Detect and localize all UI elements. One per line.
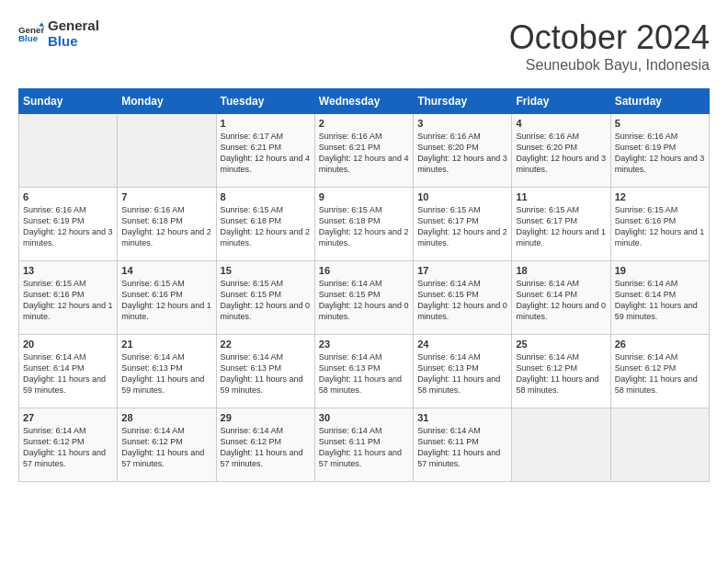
calendar-cell: 25Sunrise: 6:14 AMSunset: 6:12 PMDayligh…: [512, 335, 610, 408]
col-header-saturday: Saturday: [610, 89, 709, 114]
calendar-cell: [610, 408, 709, 482]
day-number: 4: [516, 118, 606, 129]
calendar-cell: 9Sunrise: 6:15 AMSunset: 6:18 PMDaylight…: [314, 188, 413, 261]
day-number: 31: [417, 412, 507, 423]
day-info: Sunrise: 6:17 AMSunset: 6:21 PMDaylight:…: [221, 131, 311, 176]
day-number: 7: [121, 191, 211, 202]
logo-line1: General: [48, 18, 99, 34]
day-info: Sunrise: 6:16 AMSunset: 6:19 PMDaylight:…: [615, 131, 705, 176]
svg-text:Blue: Blue: [18, 33, 39, 43]
col-header-wednesday: Wednesday: [314, 89, 413, 114]
calendar-table: SundayMondayTuesdayWednesdayThursdayFrid…: [18, 88, 710, 482]
day-info: Sunrise: 6:16 AMSunset: 6:18 PMDaylight:…: [121, 204, 211, 249]
day-info: Sunrise: 6:14 AMSunset: 6:13 PMDaylight:…: [319, 351, 409, 396]
day-info: Sunrise: 6:15 AMSunset: 6:16 PMDaylight:…: [23, 278, 113, 323]
day-info: Sunrise: 6:15 AMSunset: 6:15 PMDaylight:…: [221, 278, 311, 323]
day-info: Sunrise: 6:14 AMSunset: 6:11 PMDaylight:…: [417, 425, 507, 470]
title-block: October 2024 Seuneubok Bayu, Indonesia: [509, 18, 710, 74]
calendar-cell: [118, 114, 216, 188]
day-number: 16: [319, 265, 409, 276]
calendar-cell: 14Sunrise: 6:15 AMSunset: 6:16 PMDayligh…: [118, 261, 216, 335]
calendar-cell: [19, 114, 118, 188]
calendar-cell: 4Sunrise: 6:16 AMSunset: 6:20 PMDaylight…: [512, 114, 610, 188]
calendar-cell: 18Sunrise: 6:14 AMSunset: 6:14 PMDayligh…: [512, 261, 610, 335]
calendar-cell: 8Sunrise: 6:15 AMSunset: 6:18 PMDaylight…: [216, 188, 314, 261]
calendar-cell: 5Sunrise: 6:16 AMSunset: 6:19 PMDaylight…: [610, 114, 709, 188]
calendar-cell: 29Sunrise: 6:14 AMSunset: 6:12 PMDayligh…: [216, 408, 314, 482]
day-number: 22: [221, 339, 311, 350]
day-number: 19: [615, 265, 705, 276]
day-info: Sunrise: 6:16 AMSunset: 6:20 PMDaylight:…: [417, 131, 507, 176]
logo-line2: Blue: [48, 34, 99, 50]
day-number: 24: [417, 339, 507, 350]
day-info: Sunrise: 6:15 AMSunset: 6:16 PMDaylight:…: [121, 278, 211, 323]
day-number: 9: [319, 191, 409, 202]
day-number: 23: [319, 339, 409, 350]
calendar-cell: [512, 408, 610, 482]
calendar-cell: 30Sunrise: 6:14 AMSunset: 6:11 PMDayligh…: [314, 408, 413, 482]
day-number: 11: [516, 191, 606, 202]
day-info: Sunrise: 6:16 AMSunset: 6:20 PMDaylight:…: [516, 131, 606, 176]
col-header-friday: Friday: [512, 89, 610, 114]
calendar-cell: 13Sunrise: 6:15 AMSunset: 6:16 PMDayligh…: [19, 261, 118, 335]
day-info: Sunrise: 6:14 AMSunset: 6:12 PMDaylight:…: [615, 351, 705, 396]
calendar-cell: 7Sunrise: 6:16 AMSunset: 6:18 PMDaylight…: [118, 188, 216, 261]
day-number: 27: [23, 412, 113, 423]
day-info: Sunrise: 6:14 AMSunset: 6:14 PMDaylight:…: [23, 351, 113, 396]
day-info: Sunrise: 6:15 AMSunset: 6:17 PMDaylight:…: [417, 204, 507, 249]
day-info: Sunrise: 6:14 AMSunset: 6:14 PMDaylight:…: [615, 278, 705, 323]
day-number: 6: [23, 191, 113, 202]
day-number: 18: [516, 265, 606, 276]
day-number: 3: [417, 118, 507, 129]
day-number: 8: [221, 191, 311, 202]
col-header-sunday: Sunday: [19, 89, 118, 114]
calendar-cell: 11Sunrise: 6:15 AMSunset: 6:17 PMDayligh…: [512, 188, 610, 261]
calendar-cell: 19Sunrise: 6:14 AMSunset: 6:14 PMDayligh…: [610, 261, 709, 335]
day-number: 1: [221, 118, 311, 129]
col-header-tuesday: Tuesday: [216, 89, 314, 114]
calendar-cell: 2Sunrise: 6:16 AMSunset: 6:21 PMDaylight…: [314, 114, 413, 188]
calendar-cell: 23Sunrise: 6:14 AMSunset: 6:13 PMDayligh…: [314, 335, 413, 408]
col-header-monday: Monday: [118, 89, 216, 114]
day-info: Sunrise: 6:14 AMSunset: 6:12 PMDaylight:…: [121, 425, 211, 470]
logo: General Blue General Blue: [18, 18, 99, 49]
day-number: 13: [23, 265, 113, 276]
calendar-cell: 24Sunrise: 6:14 AMSunset: 6:13 PMDayligh…: [414, 335, 512, 408]
day-info: Sunrise: 6:16 AMSunset: 6:19 PMDaylight:…: [23, 204, 113, 249]
day-info: Sunrise: 6:16 AMSunset: 6:21 PMDaylight:…: [319, 131, 409, 176]
day-number: 14: [121, 265, 211, 276]
calendar-cell: 27Sunrise: 6:14 AMSunset: 6:12 PMDayligh…: [19, 408, 118, 482]
calendar-cell: 20Sunrise: 6:14 AMSunset: 6:14 PMDayligh…: [19, 335, 118, 408]
day-info: Sunrise: 6:14 AMSunset: 6:14 PMDaylight:…: [516, 278, 606, 323]
day-info: Sunrise: 6:14 AMSunset: 6:12 PMDaylight:…: [221, 425, 311, 470]
calendar-subtitle: Seuneubok Bayu, Indonesia: [509, 57, 710, 74]
day-number: 21: [121, 339, 211, 350]
day-info: Sunrise: 6:14 AMSunset: 6:13 PMDaylight:…: [221, 351, 311, 396]
calendar-cell: 15Sunrise: 6:15 AMSunset: 6:15 PMDayligh…: [216, 261, 314, 335]
day-number: 20: [23, 339, 113, 350]
calendar-cell: 26Sunrise: 6:14 AMSunset: 6:12 PMDayligh…: [610, 335, 709, 408]
calendar-cell: 6Sunrise: 6:16 AMSunset: 6:19 PMDaylight…: [19, 188, 118, 261]
day-info: Sunrise: 6:14 AMSunset: 6:12 PMDaylight:…: [516, 351, 606, 396]
day-info: Sunrise: 6:15 AMSunset: 6:16 PMDaylight:…: [615, 204, 705, 249]
day-info: Sunrise: 6:14 AMSunset: 6:13 PMDaylight:…: [417, 351, 507, 396]
day-number: 2: [319, 118, 409, 129]
calendar-cell: 1Sunrise: 6:17 AMSunset: 6:21 PMDaylight…: [216, 114, 314, 188]
calendar-cell: 31Sunrise: 6:14 AMSunset: 6:11 PMDayligh…: [414, 408, 512, 482]
day-number: 10: [417, 191, 507, 202]
day-info: Sunrise: 6:15 AMSunset: 6:17 PMDaylight:…: [516, 204, 606, 249]
day-info: Sunrise: 6:14 AMSunset: 6:13 PMDaylight:…: [121, 351, 211, 396]
calendar-title: October 2024: [509, 18, 710, 57]
day-number: 17: [417, 265, 507, 276]
day-number: 29: [221, 412, 311, 423]
day-info: Sunrise: 6:14 AMSunset: 6:11 PMDaylight:…: [319, 425, 409, 470]
page-header: General Blue General Blue October 2024 S…: [18, 18, 710, 74]
col-header-thursday: Thursday: [414, 89, 512, 114]
day-number: 15: [221, 265, 311, 276]
calendar-cell: 22Sunrise: 6:14 AMSunset: 6:13 PMDayligh…: [216, 335, 314, 408]
day-info: Sunrise: 6:14 AMSunset: 6:15 PMDaylight:…: [417, 278, 507, 323]
day-number: 28: [121, 412, 211, 423]
day-info: Sunrise: 6:15 AMSunset: 6:18 PMDaylight:…: [319, 204, 409, 249]
calendar-cell: 12Sunrise: 6:15 AMSunset: 6:16 PMDayligh…: [610, 188, 709, 261]
day-number: 12: [615, 191, 705, 202]
